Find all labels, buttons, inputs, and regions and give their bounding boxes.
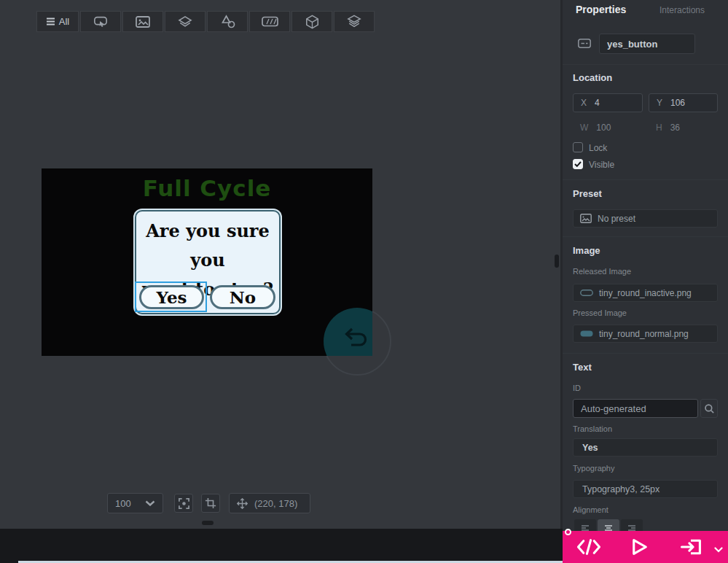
toolbar-layers-widget[interactable] xyxy=(165,11,206,32)
align-center-icon xyxy=(604,524,613,531)
search-icon xyxy=(704,403,715,414)
pressed-image-value: tiny_round_normal.png xyxy=(599,329,689,339)
id-input[interactable] xyxy=(573,399,698,418)
typography-label: Typography xyxy=(573,464,614,473)
code-view-button[interactable] xyxy=(576,537,602,560)
height-field: H 36 xyxy=(649,120,687,135)
image-heading: Image xyxy=(573,245,600,256)
textbox-icon xyxy=(262,16,278,27)
tab-interactions[interactable]: Interactions xyxy=(659,5,705,15)
id-search-button[interactable] xyxy=(700,399,718,418)
toolbar-textbox-widget[interactable] xyxy=(249,11,290,32)
dialog-message-line1: Are you sure you xyxy=(136,217,279,275)
toolbar-image-widget[interactable] xyxy=(122,11,163,32)
cube-icon xyxy=(305,15,319,29)
confirm-dialog[interactable]: Are you sure you want to stop? Yes No xyxy=(135,210,281,314)
image-icon xyxy=(580,214,592,223)
align-right-button[interactable] xyxy=(621,519,643,531)
align-right-icon xyxy=(627,524,636,531)
id-label: ID xyxy=(573,384,581,392)
widget-toolbar: All xyxy=(36,11,375,32)
coordinates-value: (220, 178) xyxy=(254,498,297,509)
released-image-label: Released Image xyxy=(573,267,631,276)
more-actions-button[interactable] xyxy=(714,543,723,556)
preset-value: No preset xyxy=(598,214,635,224)
shapes-icon xyxy=(220,15,235,28)
toolbar-all-label: All xyxy=(59,16,69,27)
x-field[interactable]: X 4 xyxy=(573,93,643,112)
lock-label: Lock xyxy=(589,143,607,153)
focus-icon xyxy=(178,497,190,510)
canvas-drag-handle[interactable] xyxy=(202,521,214,525)
return-arrow-icon xyxy=(342,322,369,350)
panel-divider-handle[interactable] xyxy=(555,255,559,268)
height-value: 36 xyxy=(670,123,680,133)
toolbar-shapes-widget[interactable] xyxy=(207,11,248,32)
translation-label: Translation xyxy=(573,424,612,433)
yes-button[interactable]: Yes xyxy=(139,285,204,309)
width-field: W 100 xyxy=(573,120,618,135)
move-icon xyxy=(237,498,248,509)
play-icon xyxy=(628,537,650,557)
y-label: Y xyxy=(657,98,662,108)
check-icon xyxy=(574,161,582,167)
lock-checkbox[interactable] xyxy=(573,142,583,152)
properties-panel: Properties Interactions Location X 4 Y 1… xyxy=(563,0,728,531)
preset-heading: Preset xyxy=(573,188,602,199)
display-preview[interactable]: Full Cycle Are you sure you want to stop… xyxy=(42,168,372,356)
width-label: W xyxy=(580,123,588,133)
section-separator xyxy=(563,353,728,354)
text-heading: Text xyxy=(573,362,592,373)
released-image-value: tiny_round_inactive.png xyxy=(599,288,692,298)
image-widget-icon xyxy=(136,16,150,28)
translation-value: Yes xyxy=(582,443,598,453)
action-bar xyxy=(563,531,728,563)
pill-outline-icon xyxy=(580,290,593,296)
pressed-image-selector[interactable]: tiny_round_normal.png xyxy=(573,325,718,343)
preset-selector[interactable]: No preset xyxy=(573,209,718,228)
align-left-button[interactable] xyxy=(574,519,596,531)
toolbar-all-button[interactable]: All xyxy=(36,11,79,32)
text-widget-icon xyxy=(578,39,591,50)
zoom-value: 100 xyxy=(115,498,145,509)
element-name-input[interactable] xyxy=(599,34,695,54)
width-value: 100 xyxy=(596,123,611,133)
bottom-bar xyxy=(0,529,563,563)
fit-view-button[interactable] xyxy=(174,494,193,513)
crop-button[interactable] xyxy=(201,494,220,513)
section-separator xyxy=(563,64,728,65)
no-button[interactable]: No xyxy=(210,285,275,309)
sign-out-icon xyxy=(679,537,704,557)
typography-selector[interactable]: Typography3, 25px xyxy=(573,480,718,498)
button-widget-icon xyxy=(93,15,109,29)
y-field[interactable]: Y 106 xyxy=(649,93,718,112)
pill-filled-icon xyxy=(580,330,593,337)
visible-checkbox[interactable] xyxy=(573,159,583,169)
export-button[interactable] xyxy=(679,537,704,560)
notification-dot xyxy=(565,529,571,535)
tab-properties[interactable]: Properties xyxy=(576,4,626,15)
height-label: H xyxy=(656,123,662,133)
visible-label: Visible xyxy=(589,160,614,170)
layers-icon xyxy=(178,15,192,28)
typography-value: Typography3, 25px xyxy=(582,484,659,494)
play-button[interactable] xyxy=(628,537,650,560)
chevron-down-icon xyxy=(145,500,155,506)
toolbar-button-widget[interactable] xyxy=(80,11,121,32)
align-center-button[interactable] xyxy=(598,519,619,531)
align-left-icon xyxy=(581,524,590,531)
screen-title: Full Cycle xyxy=(42,175,372,201)
toolbar-3d-widget[interactable] xyxy=(291,11,332,32)
return-button[interactable] xyxy=(324,308,372,356)
layers-stack-icon xyxy=(347,15,361,28)
section-separator xyxy=(563,179,728,180)
cursor-coordinates[interactable]: (220, 178) xyxy=(229,493,310,513)
x-label: X xyxy=(581,98,587,108)
y-value: 106 xyxy=(670,98,685,108)
x-value: 4 xyxy=(595,98,600,108)
zoom-dropdown[interactable]: 100 xyxy=(107,493,163,513)
released-image-selector[interactable]: tiny_round_inactive.png xyxy=(573,284,718,302)
section-separator xyxy=(563,236,728,237)
translation-field[interactable]: Yes xyxy=(573,438,718,457)
toolbar-layers-stack-widget[interactable] xyxy=(334,11,375,32)
